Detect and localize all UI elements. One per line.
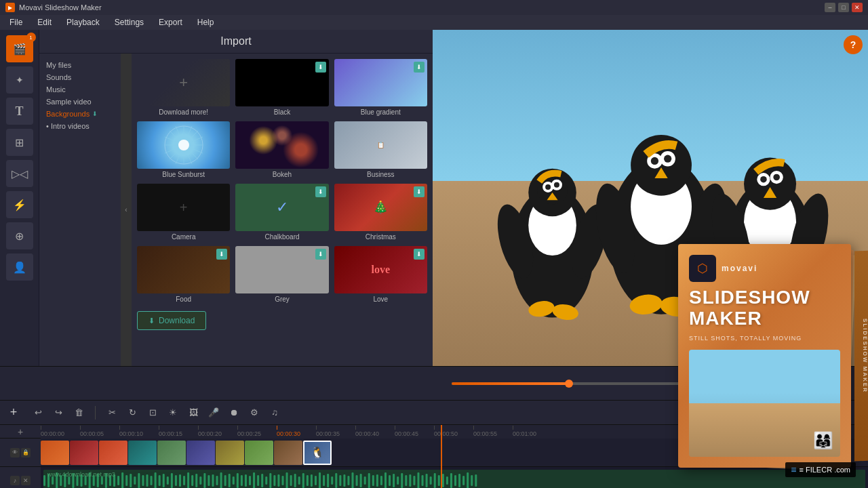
bg-blue-sunburst-label: Blue Sunburst <box>162 171 205 178</box>
menu-playback[interactable]: Playback <box>60 16 106 28</box>
sidebar-my-files[interactable]: My files <box>42 59 118 71</box>
sidebar-music[interactable]: Music <box>42 83 118 96</box>
tool-transitions[interactable]: ▷◁ <box>6 160 33 187</box>
delete-button[interactable]: 🗑 <box>69 405 88 421</box>
add-media-button[interactable]: + <box>5 405 22 421</box>
filecr-watermark: ≡ ≡ FILECR .com <box>785 462 856 477</box>
bg-grey-label: Grey <box>275 296 290 303</box>
audio-vol-button[interactable]: ♪ <box>10 476 20 485</box>
sidebar-backgrounds[interactable]: Backgrounds ⬇ <box>42 108 118 120</box>
sidebar-sample-video[interactable]: Sample video <box>42 96 118 108</box>
video-clip[interactable] <box>128 441 157 465</box>
video-clip[interactable] <box>274 441 302 465</box>
product-side-text: SLIDESHOW MAKER <box>862 319 868 393</box>
bg-grey[interactable]: ⬇ Grey <box>235 246 328 303</box>
menu-file[interactable]: File <box>3 16 29 28</box>
settings-button[interactable]: ⚙ <box>245 405 264 421</box>
bg-black[interactable]: ⬇ Black <box>235 59 328 116</box>
family-icon: 👨‍👩‍👧 <box>813 431 833 450</box>
svg-point-9 <box>178 140 189 150</box>
bg-christmas[interactable]: ⬇ 🎄 Christmas <box>334 184 427 241</box>
tool-media[interactable]: 🎬 1 <box>6 35 33 62</box>
bg-download-more-label: Download more! <box>159 108 208 116</box>
backgrounds-grid: + Download more! ⬇ Black ⬇ <box>132 54 433 366</box>
video-clip[interactable] <box>70 441 98 465</box>
product-brand: movavi <box>722 264 757 273</box>
bg-chalkboard[interactable]: ⬇ ✓ Chalkboard <box>235 184 328 241</box>
menu-edit[interactable]: Edit <box>31 16 58 28</box>
download-button[interactable]: ⬇ Download <box>137 311 206 330</box>
minimize-button[interactable]: – <box>825 3 835 12</box>
magic-icon: ✦ <box>16 75 24 85</box>
progress-fill <box>452 382 569 385</box>
tool-filters[interactable]: ⊞ <box>6 129 33 156</box>
menu-bar: File Edit Playback Settings Export Help <box>0 15 868 30</box>
download-badge-icon: ⬇ <box>414 62 425 73</box>
bg-download-more[interactable]: + Download more! <box>137 59 230 116</box>
tool-titles[interactable]: T <box>6 98 33 125</box>
menu-export[interactable]: Export <box>152 16 189 28</box>
tool-motion[interactable]: ⚡ <box>6 191 33 218</box>
download-badge-icon: ⬇ <box>315 186 326 197</box>
bg-food[interactable]: ⬇ Food <box>137 246 230 303</box>
help-button[interactable]: ? <box>844 35 863 54</box>
import-panel: Import My files Sounds Music Sample vide… <box>39 30 433 366</box>
collapse-panel-button[interactable]: ‹ <box>121 54 132 366</box>
bg-business[interactable]: 📋 Business <box>334 121 427 178</box>
bg-blue-gradient-label: Blue gradient <box>361 108 401 116</box>
video-clip[interactable] <box>99 441 127 465</box>
svg-point-40 <box>760 176 767 183</box>
christmas-icon: 🎄 <box>373 200 388 215</box>
video-clip-selected[interactable]: 🐧 <box>303 441 332 465</box>
sidebar-sounds[interactable]: Sounds <box>42 71 118 83</box>
progress-handle[interactable] <box>565 380 573 388</box>
product-box-overlay: ⬡ movavi SLIDESHOW MAKER STILL SHOTS, TO… <box>651 230 868 488</box>
maximize-button[interactable]: □ <box>838 3 849 12</box>
video-clip[interactable] <box>245 441 273 465</box>
download-badge-icon: ⬇ <box>414 186 425 197</box>
user-icon: 👤 <box>13 261 26 274</box>
menu-settings[interactable]: Settings <box>108 16 151 28</box>
bg-love[interactable]: ⬇ love Love <box>334 246 427 303</box>
plus-icon: + <box>179 74 188 92</box>
video-clip[interactable] <box>157 441 186 465</box>
undo-button[interactable]: ↩ <box>28 405 47 421</box>
product-title: SLIDESHOW <box>689 287 840 308</box>
rotate-button[interactable]: ↻ <box>123 405 142 421</box>
tool-user[interactable]: 👤 <box>6 253 33 281</box>
bg-business-label: Business <box>367 171 395 178</box>
download-badge-icon: ⬇ <box>216 249 227 260</box>
redo-button[interactable]: ↪ <box>49 405 68 421</box>
menu-help[interactable]: Help <box>191 16 221 28</box>
audio-mute-button[interactable]: ✕ <box>21 476 31 485</box>
video-clip[interactable] <box>216 441 244 465</box>
bg-blue-gradient[interactable]: ⬇ Blue gradient <box>334 59 427 116</box>
color-button[interactable]: ☀ <box>163 405 182 421</box>
bg-blue-sunburst[interactable]: Blue Sunburst <box>137 121 230 178</box>
camera-icon: + <box>180 200 188 216</box>
audio-settings-button[interactable]: ♫ <box>265 405 284 421</box>
title-bar: ▶ Movavi Slideshow Maker – □ ✕ <box>0 0 868 15</box>
svg-point-16 <box>545 184 551 190</box>
track-lock-button[interactable]: 🔒 <box>21 448 31 458</box>
image-button[interactable]: 🖼 <box>184 405 203 421</box>
product-subtitle: STILL SHOTS, TOTALLY MOVING <box>689 335 840 342</box>
add-track-icon[interactable]: + <box>18 426 23 437</box>
bg-camera[interactable]: + Camera <box>137 184 230 241</box>
record-button[interactable]: ⏺ <box>224 405 243 421</box>
track-eye-button[interactable]: 👁 <box>10 448 20 458</box>
video-clip[interactable] <box>41 441 69 465</box>
close-button[interactable]: ✕ <box>852 3 863 12</box>
tool-magic[interactable]: ✦ <box>6 66 33 94</box>
love-text: love <box>372 264 391 276</box>
bg-bokeh[interactable]: Bokeh <box>235 121 328 178</box>
video-clip[interactable] <box>186 441 215 465</box>
cut-button[interactable]: ✂ <box>102 405 121 421</box>
audio-input-button[interactable]: 🎤 <box>204 405 223 421</box>
business-content: 📋 <box>374 139 387 151</box>
sidebar-intro-videos[interactable]: • Intro videos <box>42 120 118 132</box>
video-track-controls: 👁 🔒 <box>0 439 41 467</box>
tool-zoom[interactable]: ⊕ <box>6 222 33 249</box>
transitions-icon: ▷◁ <box>12 167 28 180</box>
crop-button[interactable]: ⊡ <box>143 405 162 421</box>
